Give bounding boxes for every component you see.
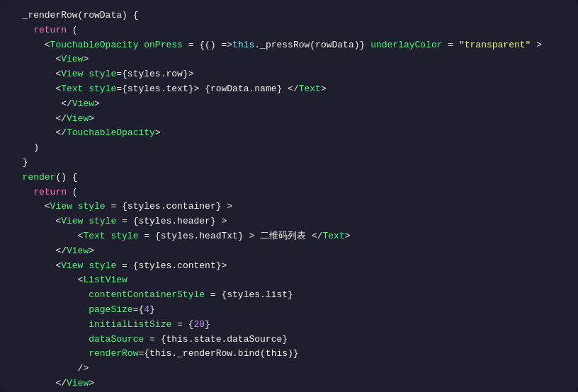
code-token: TouchableOpacity — [50, 40, 139, 50]
code-token: style — [89, 69, 116, 79]
code-token: style — [89, 83, 116, 94]
code-token — [11, 334, 89, 345]
code-token: renderRow — [89, 348, 138, 359]
code-token: ( — [67, 187, 78, 197]
code-token: < — [11, 275, 83, 285]
code-token — [11, 289, 89, 300]
code-token: View — [61, 54, 83, 64]
code-token: 20 — [193, 319, 205, 330]
code-line: initialListSize = {20} — [11, 318, 567, 333]
code-line: <Text style = {styles.headTxt} > 二维码列表 <… — [11, 229, 567, 244]
code-token: > — [321, 83, 327, 94]
code-line: renderRow={this._renderRow.bind(this)} — [11, 347, 567, 362]
code-token: style — [78, 201, 106, 212]
code-token: View — [61, 216, 83, 226]
code-token: View — [61, 260, 83, 271]
code-token: </ — [11, 378, 67, 388]
code-token: } — [11, 157, 28, 168]
code-token: < — [11, 201, 50, 212]
code-line: <View> — [11, 52, 567, 67]
code-token: > — [89, 246, 94, 256]
code-editor: _renderRow(rowData) { return ( <Touchabl… — [0, 0, 578, 392]
code-token: "transparent" — [459, 40, 531, 50]
code-token: = {this.state.dataSource} — [144, 334, 288, 345]
code-token: < — [11, 54, 61, 64]
code-token: Text — [83, 231, 105, 241]
code-line: </View> — [11, 97, 567, 112]
code-line: <Text style={styles.text}> {rowData.name… — [11, 82, 567, 97]
code-token: < — [11, 40, 50, 50]
code-token: = {styles.container} > — [106, 201, 232, 212]
code-token: this — [232, 40, 254, 50]
code-token: </ — [11, 98, 72, 109]
code-token: /> — [11, 363, 89, 374]
code-token: ={styles.text}> {rowData.name} </ — [116, 83, 298, 94]
code-line: </View> — [11, 112, 567, 127]
code-line: </TouchableOpacity> — [11, 126, 567, 141]
code-token: pageSize — [89, 304, 132, 315]
code-line: _renderRow(rowData) { — [11, 8, 567, 23]
code-line: <View style={styles.row}> — [11, 67, 567, 82]
code-token: </ — [11, 113, 67, 124]
code-token — [11, 25, 33, 35]
code-line: return ( — [11, 185, 567, 200]
code-line: return ( — [11, 23, 567, 38]
code-token: = { — [171, 319, 193, 330]
code-token: underlayColor — [370, 40, 442, 50]
code-line: dataSource = {this.state.dataSource} — [11, 333, 567, 347]
code-token — [11, 319, 89, 330]
code-line: </View> — [11, 244, 567, 259]
code-token: return — [33, 25, 67, 35]
code-line: } — [11, 156, 567, 171]
code-line: render() { — [11, 171, 567, 185]
code-token: View — [50, 201, 72, 212]
code-line: <View style = {styles.container} > — [11, 200, 567, 214]
code-token: > — [155, 127, 161, 138]
code-token: = {styles.list} — [205, 289, 293, 300]
code-line: pageSize={4} — [11, 303, 567, 318]
code-line: </View> — [11, 376, 567, 391]
code-token: </ — [11, 127, 67, 138]
code-token: } — [149, 304, 155, 315]
code-token: View — [67, 246, 89, 256]
code-token: TouchableOpacity — [67, 127, 155, 138]
code-token: style — [89, 216, 116, 226]
code-token: style — [89, 260, 116, 271]
code-token: > — [345, 231, 351, 241]
code-token: ={styles.row}> — [116, 69, 193, 79]
code-token — [11, 304, 89, 315]
code-line: <TouchableOpacity onPress = {() =>this._… — [11, 38, 567, 53]
code-token: ={ — [133, 304, 144, 315]
code-token: = {() => — [183, 40, 232, 50]
code-token: = {styles.content}> — [116, 260, 227, 271]
code-token: = {styles.headTxt} > 二维码列表 </ — [138, 231, 322, 241]
code-token: initialListSize — [89, 319, 171, 330]
code-token: ={this._renderRow.bind(this)} — [138, 348, 298, 359]
code-token: () { — [55, 172, 77, 183]
code-line: <View style = {styles.content}> — [11, 259, 567, 274]
code-token: _renderRow(rowData) { — [11, 10, 138, 21]
code-token: > — [94, 98, 100, 109]
code-token: </ — [11, 246, 67, 256]
code-line: <View style = {styles.header} > — [11, 214, 567, 229]
code-line: contentContainerStyle = {styles.list} — [11, 288, 567, 303]
code-line: ) — [11, 141, 567, 156]
code-token: ._pressRow(rowData)} — [254, 40, 370, 50]
code-token — [11, 187, 33, 197]
code-token: View — [67, 378, 89, 388]
code-token: render — [23, 172, 56, 183]
code-line: /> — [11, 362, 567, 376]
code-token: = {styles.header} > — [116, 216, 227, 226]
code-token: ) — [11, 142, 39, 153]
code-token: > — [531, 40, 542, 50]
code-token: ListView — [83, 275, 127, 285]
code-token: Text — [323, 231, 345, 241]
code-token: < — [11, 69, 61, 79]
code-token: > — [83, 54, 89, 64]
code-content: _renderRow(rowData) { return ( <Touchabl… — [11, 8, 567, 392]
code-token: Text — [61, 83, 83, 94]
code-token: = — [443, 40, 459, 50]
code-token: < — [11, 231, 83, 241]
code-token: return — [33, 187, 67, 197]
code-token: View — [72, 98, 94, 109]
